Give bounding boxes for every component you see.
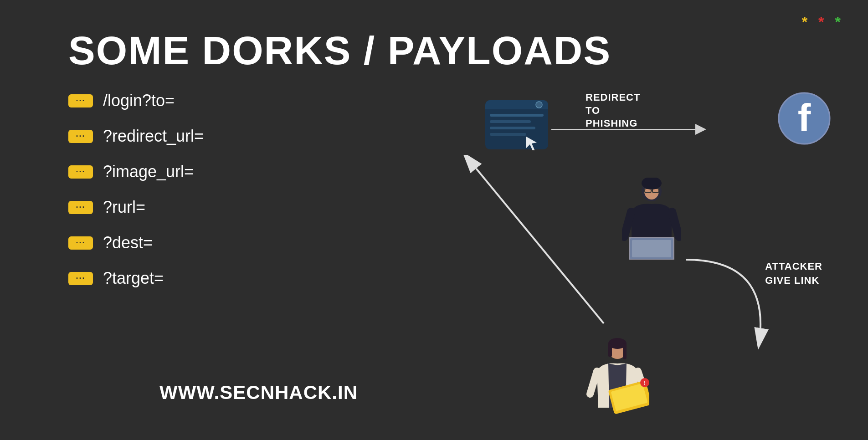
browser-icon xyxy=(485,100,549,150)
top-icons-container: * * * xyxy=(802,14,841,31)
dork-badge-4: ··· xyxy=(68,201,93,214)
svg-rect-20 xyxy=(632,240,671,257)
dorks-list: ··· /login?to= ··· ?redirect_url= ··· ?i… xyxy=(68,91,204,288)
svg-rect-27 xyxy=(623,343,627,359)
dork-item-3: ··· ?image_url= xyxy=(68,162,204,181)
svg-text:!: ! xyxy=(644,380,646,386)
dork-badge-2: ··· xyxy=(68,130,93,143)
dork-text-3: ?image_url= xyxy=(103,162,194,181)
page-title: SOME DORKS / PAYLOADS xyxy=(68,27,611,74)
red-asterisk-icon: * xyxy=(818,14,824,31)
svg-rect-5 xyxy=(490,120,531,123)
dork-text-6: ?target= xyxy=(103,269,164,288)
yellow-asterisk-icon: * xyxy=(802,14,807,31)
svg-line-22 xyxy=(476,169,604,323)
dork-badge-5: ··· xyxy=(68,236,93,250)
dork-text-1: /login?to= xyxy=(103,91,175,110)
svg-rect-4 xyxy=(490,114,544,117)
diagram-area: REDIRECT TO PHISHING f xyxy=(431,73,841,419)
dork-badge-6: ··· xyxy=(68,272,93,285)
dork-item-4: ··· ?rurl= xyxy=(68,198,204,217)
redirect-label: REDIRECT TO PHISHING xyxy=(586,91,640,130)
dork-text-5: ?dest= xyxy=(103,233,153,252)
dork-text-4: ?rurl= xyxy=(103,198,145,217)
attacker-give-link-label: ATTACKER GIVE LINK xyxy=(765,260,822,288)
dork-item-1: ··· /login?to= xyxy=(68,91,204,110)
dork-badge-1: ··· xyxy=(68,94,93,107)
dork-item-6: ··· ?target= xyxy=(68,269,204,288)
curved-arrow xyxy=(672,251,777,366)
svg-rect-7 xyxy=(490,133,526,136)
svg-rect-6 xyxy=(490,127,535,129)
svg-point-3 xyxy=(536,102,542,108)
website-label: WWW.SECNHACK.IN xyxy=(159,382,358,404)
victim-figure: ! xyxy=(586,337,649,414)
facebook-icon: f xyxy=(777,91,832,146)
svg-text:f: f xyxy=(798,96,811,139)
dork-badge-3: ··· xyxy=(68,165,93,179)
dork-item-2: ··· ?redirect_url= xyxy=(68,127,204,146)
dork-text-2: ?redirect_url= xyxy=(103,127,204,146)
diagonal-arrow-up xyxy=(458,155,631,339)
svg-rect-26 xyxy=(608,343,612,357)
dork-item-5: ··· ?dest= xyxy=(68,233,204,252)
green-asterisk-icon: * xyxy=(835,14,841,31)
